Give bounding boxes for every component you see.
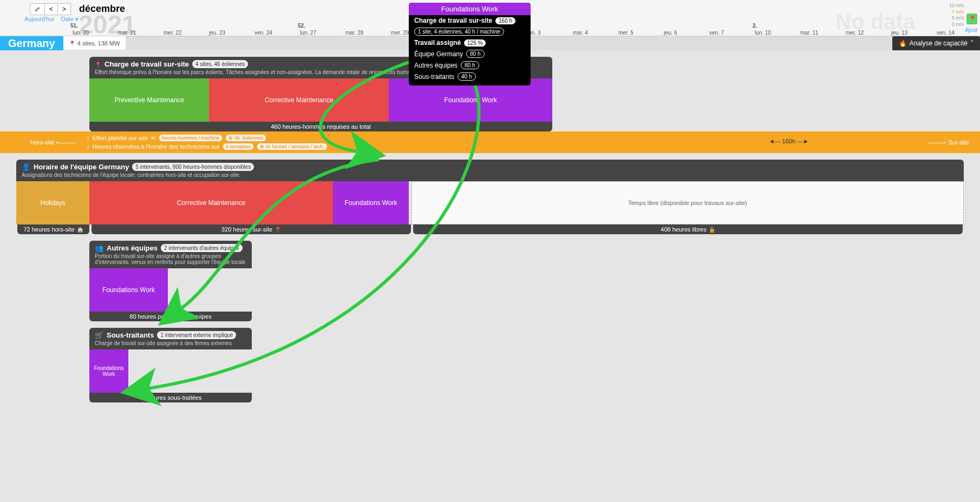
sub-badge: 1 intervenant externe impliqué [157,331,236,339]
today-link[interactable]: Aujourd'hui [24,16,54,22]
block-team-foundations[interactable]: Foundations Work [333,181,409,224]
expand-button[interactable] [30,3,45,15]
team-badge: 5 intervenants, 800 heures-hommes dispon… [132,163,254,171]
workload-title: Charge de travail sur-site [104,60,189,68]
tt-assigned-val: 125 % [464,39,486,47]
prev-button[interactable]: < [45,3,58,15]
team-title: Horaire de l'équipe Germany [34,163,129,171]
sub-header: 🛒 Sous-traitants 1 intervenant externe i… [89,328,252,349]
wind-5: 5 m/s [949,15,964,22]
day-label: mar. 21 [116,29,161,36]
pin-icon [95,60,101,68]
divider-row1-label: Effort planifié sur-site [93,135,148,141]
capacity-analysis-button[interactable]: 🔥 Analyse de capacité ˄ [892,36,980,50]
others-desc: Portion du travail sur-site assigné à d'… [95,253,246,265]
tt-sub-label: Sous-traitants [414,73,454,81]
divider-row2-label: Heures réservées à l'horaire des technic… [93,143,220,150]
divider-bar: Hors-site •——— ↕ Effort planifié sur-sit… [0,131,980,153]
day-label: jeu. 23 [207,29,252,36]
week-number: 1. [525,23,753,29]
lock-icon [709,226,715,233]
date-link[interactable]: Date ▾ [61,16,79,22]
divider-badge-hours: ⊗ 40 heures / semaine / tech. [257,143,328,150]
others-footer: 80 heures par d'autres équipes [89,312,252,321]
block-corrective[interactable]: Corrective Maintenance [209,78,389,122]
foundations-tooltip: Foundations Work Charge de travail sur-s… [409,3,531,85]
day-label: jeu. 6 [662,29,707,36]
home-icon [77,226,83,233]
team-panel: 👤 Horaire de l'équipe Germany 5 interven… [16,160,964,234]
tt-others-label: Autres équipes [414,62,458,69]
divider-badge-nb: ⊗ nb. éoliennes [225,134,266,142]
block-holidays[interactable]: Holidays [16,181,89,224]
cart-icon: 🛒 [95,331,103,339]
team-footer-onsite: 320 heures sur-site [92,224,411,234]
team-desc: Assignations des techniciens de l'équipe… [22,172,958,178]
week-column: 2.lun. 10mar. 11mer. 12jeu. 13ven. 14 [753,23,980,36]
tt-team-val: 80 h [466,50,484,58]
capacity-label: Analyse de capacité [910,39,968,47]
team-footer-free: 408 heures libres [413,224,963,234]
week-number: 51. [70,23,298,29]
next-button[interactable]: > [58,3,71,15]
region-name: Germany [0,36,63,50]
tooltip-title: Foundations Work [409,3,531,15]
others-badge: 2 intervenants d'autres équipes [161,244,243,252]
divider-left-label: Hors-site [30,139,54,146]
tt-team-label: Équipe Germany [414,50,463,58]
team-icon: 👥 [95,244,103,252]
person-icon: 👤 [22,163,30,171]
fire-icon: 🔥 [899,39,907,47]
day-label: mer. 5 [616,29,662,36]
subcontractors-panel: 🛒 Sous-traitants 1 intervenant externe i… [89,328,252,402]
sub-footer: 40 heures sous-traitées [89,393,252,402]
day-label: ven. 7 [707,29,753,36]
team-header: 👤 Horaire de l'équipe Germany 5 interven… [16,160,964,181]
day-label: mar. 11 [798,29,844,36]
week-column: 1.lun. 3mar. 4mer. 5jeu. 6ven. 7 [525,23,753,36]
week-column: 51.lun. 20mar. 21mer. 22jeu. 23ven. 24 [70,23,298,36]
day-label: lun. 20 [70,29,116,36]
others-header: 👥 Autres équipes 2 intervenants d'autres… [89,241,252,268]
block-team-corrective[interactable]: Corrective Maintenance [89,181,333,224]
day-label: ven. 14 [935,29,980,36]
divider-badge-weeks: 4 semaines [223,143,254,150]
block-free-time[interactable]: Temps libre (disponible pour travaux sur… [411,181,964,224]
tt-workload-sub: 1 site, 4 éoliennes, 40 h / machine [414,28,504,36]
region-info-text: 4 sites, 138 MW [77,40,120,47]
block-sub-foundations[interactable]: Foundations Work [89,349,128,393]
tt-workload-val: 160 h [495,17,515,24]
nav-buttons: < > [30,3,71,15]
block-preventive[interactable]: Preventive Maintenance [89,78,209,122]
divider-badge-hm: heures-hommes / machine [159,134,223,142]
day-label: mer. 12 [844,29,889,36]
pin-icon [275,226,281,233]
wind-7: 7 m/s [949,9,964,16]
day-label: mar. 28 [343,29,389,36]
workload-badge: 4 sites, 46 éoliennes [192,60,248,68]
sub-desc: Charge de travail sur-site assignée à de… [95,340,246,346]
team-footer-offsite: 72 heures hors-site [17,224,89,234]
others-panel: 👥 Autres équipes 2 intervenants d'autres… [89,241,252,321]
divider-right-label: Sur-site [949,139,969,146]
pin-icon [69,40,75,47]
divider-160h: ◄— 160h —► [769,138,809,144]
tt-assigned-label: Travail assigné [414,39,461,47]
day-label: lun. 10 [753,29,798,36]
wind-10: 10 m/s [949,3,964,9]
sub-title: Sous-traitants [107,331,154,339]
region-info: 4 sites, 138 MW [63,36,126,50]
month-title: décembre [79,3,125,15]
block-others-foundations[interactable]: Foundations Work [89,268,168,312]
workload-footer: 460 heures-hommes requises au total [89,122,552,131]
day-label: lun. 27 [298,29,343,36]
chevron-up-icon: ˄ [970,39,974,47]
tt-sub-val: 40 h [458,72,475,81]
day-label: jeu. 13 [889,29,935,36]
day-label: lun. 3 [525,29,571,36]
tt-others-val: 80 h [461,61,479,69]
others-title: Autres équipes [107,244,158,252]
day-label: mer. 22 [161,29,207,36]
week-number: 2. [753,23,980,29]
day-label: mar. 4 [571,29,616,36]
